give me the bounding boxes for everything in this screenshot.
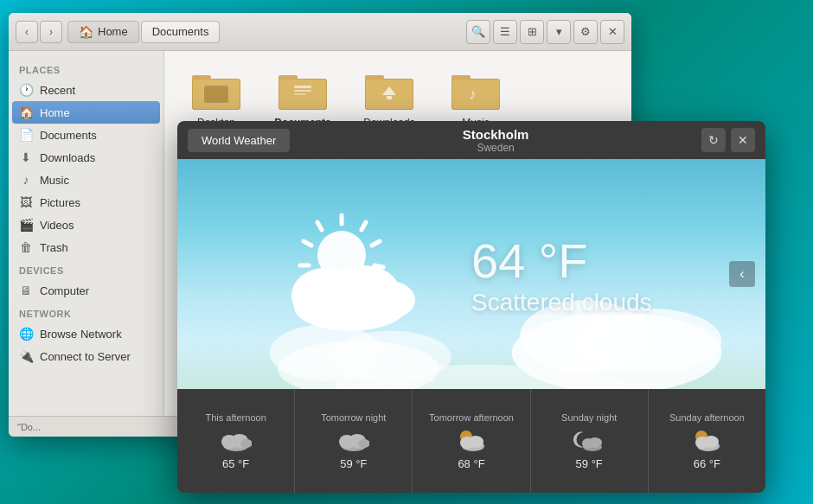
list-view-button[interactable]: ☰: [493, 20, 517, 44]
sidebar-item-documents[interactable]: 📄 Documents: [9, 124, 163, 146]
forecast-temp-2: 68 °F: [458, 457, 484, 470]
forecast-item-1: Tomorrow night 59 °F: [295, 389, 413, 493]
sidebar-item-recent-label: Recent: [40, 84, 75, 97]
sidebar-item-trash-label: Trash: [40, 241, 68, 254]
sidebar-item-browse-network[interactable]: 🌐 Browse Network: [9, 322, 163, 345]
folder-desktop[interactable]: Desktop: [182, 68, 251, 129]
sidebar-item-connect-server[interactable]: 🔌 Connect to Server: [9, 345, 163, 367]
folder-documents-icon: [277, 68, 329, 112]
weather-city: Stockholm: [290, 127, 701, 142]
svg-line-32: [304, 241, 311, 246]
folder-desktop-icon: [190, 68, 242, 112]
svg-point-57: [703, 436, 719, 448]
breadcrumb-home[interactable]: 🏠 Home: [67, 21, 139, 43]
svg-line-30: [374, 265, 383, 267]
close-button[interactable]: ✕: [600, 20, 624, 44]
sidebar-item-videos[interactable]: 🎬 Videos: [9, 214, 163, 236]
sidebar-item-music-label: Music: [40, 174, 69, 187]
weather-refresh-button[interactable]: ↻: [701, 128, 726, 152]
forecast-icon-2: [456, 428, 487, 452]
weather-temperature: 64 °F: [471, 233, 714, 289]
forecast-item-4: Sunday afternoon 66 °F: [649, 389, 765, 493]
videos-icon: 🎬: [19, 218, 33, 232]
folder-downloads-icon: [363, 68, 415, 112]
fm-nav-buttons: ‹ ›: [16, 21, 62, 43]
forecast-period-0: This afternoon: [205, 412, 266, 423]
settings-button[interactable]: ⚙: [573, 20, 598, 44]
breadcrumb: 🏠 Home Documents: [67, 21, 461, 43]
forecast-icon-0: [221, 428, 252, 452]
forecast-period-2: Tomorrow afternoon: [429, 412, 514, 423]
sidebar-item-browse-network-label: Browse Network: [40, 328, 122, 341]
weather-prev-button[interactable]: ‹: [729, 261, 755, 287]
search-button[interactable]: 🔍: [466, 20, 490, 44]
weather-app-window: World Weather Stockholm Sweden ↻ ✕: [177, 121, 765, 493]
fm-sidebar: Places 🕐 Recent 🏠 Home 📄 Documents ⬇ Dow…: [9, 51, 164, 416]
forecast-icon-4: [691, 428, 722, 452]
weather-location: Stockholm Sweden: [290, 127, 701, 154]
svg-point-38: [363, 281, 415, 319]
sidebar-item-music[interactable]: ♪ Music: [9, 169, 163, 191]
weather-close-button[interactable]: ✕: [731, 128, 755, 152]
svg-rect-9: [294, 90, 311, 92]
sidebar-item-pictures-label: Pictures: [40, 196, 80, 209]
world-weather-tab[interactable]: World Weather: [188, 129, 290, 152]
sidebar-item-recent[interactable]: 🕐 Recent: [9, 79, 163, 101]
forecast-temp-0: 65 °F: [222, 457, 249, 470]
breadcrumb-home-label: Home: [98, 25, 128, 38]
downloads-icon: ⬇: [19, 150, 33, 164]
svg-rect-8: [294, 86, 311, 88]
fm-titlebar: ‹ › 🏠 Home Documents 🔍 ☰ ⊞ ▾ ⚙ ✕: [9, 13, 631, 51]
network-label: Network: [9, 302, 163, 322]
home-icon: 🏠: [19, 105, 33, 119]
folder-documents[interactable]: Documents: [268, 68, 337, 129]
recent-icon: 🕐: [19, 83, 33, 97]
sidebar-item-home[interactable]: 🏠 Home: [12, 101, 160, 124]
trash-icon: 🗑: [19, 240, 33, 254]
grid-view-button[interactable]: ⊞: [520, 20, 544, 44]
svg-point-53: [588, 437, 602, 448]
svg-rect-4: [206, 87, 227, 101]
svg-line-28: [362, 222, 366, 230]
svg-point-50: [468, 436, 483, 448]
connect-server-icon: 🔌: [19, 349, 33, 363]
devices-label: Devices: [9, 258, 163, 279]
breadcrumb-documents[interactable]: Documents: [141, 21, 221, 43]
fm-toolbar-right: 🔍 ☰ ⊞ ▾ ⚙ ✕: [466, 20, 624, 44]
forecast-item-2: Tomorrow afternoon 68 °F: [413, 389, 530, 493]
folder-downloads[interactable]: Downloads: [355, 68, 424, 129]
documents-icon: 📄: [19, 128, 33, 142]
browse-network-icon: 🌐: [19, 327, 33, 341]
weather-info: 64 °F Scattered clouds: [471, 233, 714, 316]
sidebar-item-pictures[interactable]: 🖼 Pictures: [9, 191, 163, 214]
forward-button[interactable]: ›: [40, 21, 62, 43]
weather-country: Sweden: [290, 142, 701, 154]
weather-main: 64 °F Scattered clouds ‹: [177, 159, 765, 389]
svg-line-29: [372, 241, 380, 246]
weather-main-icon: [272, 205, 428, 343]
folder-music[interactable]: ♪ Music: [441, 68, 510, 129]
computer-icon: 🖥: [19, 284, 33, 297]
sidebar-item-computer-label: Computer: [40, 284, 89, 297]
weather-title-buttons: ↻ ✕: [701, 128, 755, 152]
sidebar-item-downloads-label: Downloads: [40, 151, 95, 164]
home-crumb-icon: 🏠: [79, 25, 93, 39]
sort-button[interactable]: ▾: [547, 20, 571, 44]
sidebar-item-computer[interactable]: 🖥 Computer: [9, 279, 163, 302]
pictures-icon: 🖼: [19, 195, 33, 209]
weather-titlebar: World Weather Stockholm Sweden ↻ ✕: [177, 121, 765, 159]
sidebar-item-videos-label: Videos: [40, 219, 74, 232]
forecast-period-1: Tomorrow night: [321, 412, 386, 423]
forecast-period-3: Sunday night: [561, 412, 617, 423]
sidebar-item-downloads[interactable]: ⬇ Downloads: [9, 146, 163, 169]
sidebar-item-trash[interactable]: 🗑 Trash: [9, 236, 163, 258]
weather-content: 64 °F Scattered clouds: [177, 159, 765, 389]
forecast-temp-4: 66 °F: [694, 457, 720, 470]
music-icon: ♪: [19, 173, 33, 187]
svg-line-31: [317, 222, 322, 230]
svg-rect-15: [387, 96, 392, 99]
forecast-temp-1: 59 °F: [340, 457, 367, 470]
back-button[interactable]: ‹: [16, 21, 38, 43]
sidebar-item-home-label: Home: [40, 106, 70, 119]
sidebar-item-documents-label: Documents: [40, 129, 97, 142]
